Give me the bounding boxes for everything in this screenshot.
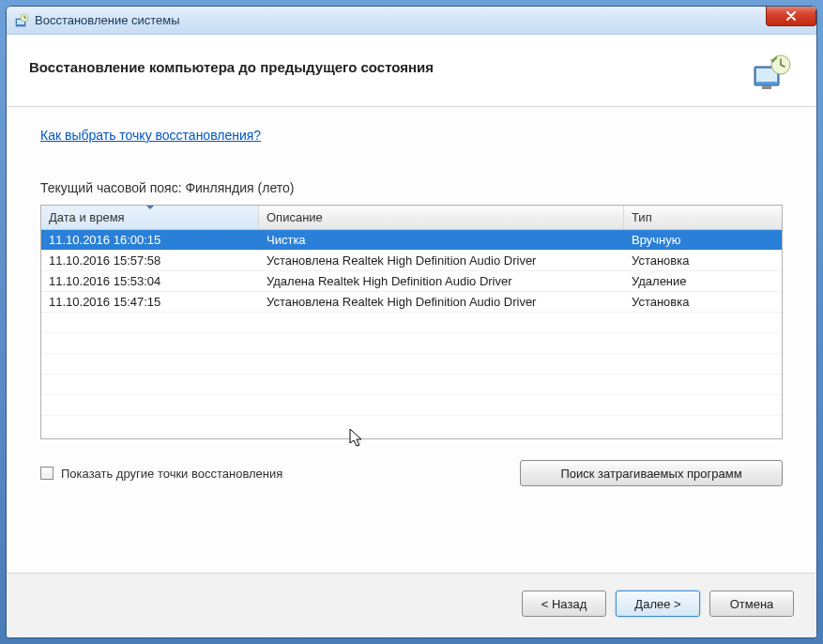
cell-type: Вручную — [624, 231, 782, 249]
column-header-type[interactable]: Тип — [624, 206, 782, 229]
restore-icon — [749, 54, 794, 91]
table-row-empty — [41, 313, 782, 333]
show-more-checkbox-row: Показать другие точки восстановления — [40, 467, 282, 481]
help-link[interactable]: Как выбрать точку восстановления? — [40, 128, 783, 143]
column-header-date[interactable]: Дата и время — [41, 206, 259, 229]
table-row[interactable]: 11.10.2016 15:57:58Установлена Realtek H… — [41, 251, 782, 271]
restore-points-table: Дата и время Описание Тип 11.10.2016 16:… — [40, 205, 783, 439]
app-icon — [14, 13, 29, 28]
system-restore-window: Восстановление системы Восстановление ко… — [6, 6, 817, 638]
column-header-description[interactable]: Описание — [259, 206, 624, 229]
cell-description: Установлена Realtek High Definition Audi… — [259, 293, 624, 311]
table-row[interactable]: 11.10.2016 15:53:04Удалена Realtek High … — [41, 271, 782, 292]
cell-date: 11.10.2016 15:47:15 — [41, 293, 259, 311]
cell-type: Удаление — [624, 272, 782, 290]
table-row-empty — [41, 416, 782, 437]
show-more-checkbox[interactable] — [40, 467, 53, 480]
column-header-type-label: Тип — [632, 210, 652, 224]
titlebar: Восстановление системы — [7, 7, 816, 35]
table-body: 11.10.2016 16:00:15ЧисткаВручную11.10.20… — [41, 230, 782, 437]
scan-affected-programs-button[interactable]: Поиск затрагиваемых программ — [520, 460, 783, 486]
footer-buttons: < Назад Далее > Отмена — [7, 573, 816, 637]
below-table-controls: Показать другие точки восстановления Пои… — [40, 460, 783, 486]
timezone-label: Текущий часовой пояс: Финляндия (лето) — [40, 180, 783, 195]
cell-description: Чистка — [259, 231, 624, 249]
cell-type: Установка — [624, 293, 782, 311]
cancel-button[interactable]: Отмена — [709, 590, 794, 617]
page-title: Восстановление компьютера до предыдущего… — [29, 59, 434, 75]
column-header-description-label: Описание — [267, 210, 323, 224]
column-header-date-label: Дата и время — [49, 210, 125, 224]
cell-date: 11.10.2016 15:53:04 — [41, 272, 259, 290]
cell-date: 11.10.2016 15:57:58 — [41, 252, 259, 269]
next-button[interactable]: Далее > — [616, 590, 700, 617]
window-title: Восстановление системы — [35, 13, 180, 27]
table-header: Дата и время Описание Тип — [41, 206, 782, 230]
cell-type: Установка — [624, 252, 782, 269]
table-row[interactable]: 11.10.2016 16:00:15ЧисткаВручную — [41, 230, 782, 251]
table-row-empty — [41, 395, 782, 416]
content-area: Как выбрать точку восстановления? Текущи… — [7, 107, 816, 573]
table-row[interactable]: 11.10.2016 15:47:15Установлена Realtek H… — [41, 292, 782, 313]
cell-description: Удалена Realtek High Definition Audio Dr… — [259, 272, 624, 290]
back-button[interactable]: < Назад — [522, 590, 606, 617]
cell-date: 11.10.2016 16:00:15 — [41, 231, 259, 249]
show-more-checkbox-label: Показать другие точки восстановления — [61, 467, 282, 481]
header-section: Восстановление компьютера до предыдущего… — [7, 35, 816, 107]
table-row-empty — [41, 354, 782, 375]
close-button[interactable] — [766, 6, 816, 26]
cell-description: Установлена Realtek High Definition Audi… — [259, 252, 624, 269]
table-row-empty — [41, 333, 782, 354]
table-row-empty — [41, 375, 782, 395]
svg-rect-5 — [762, 85, 771, 89]
sort-indicator-icon — [146, 206, 154, 209]
